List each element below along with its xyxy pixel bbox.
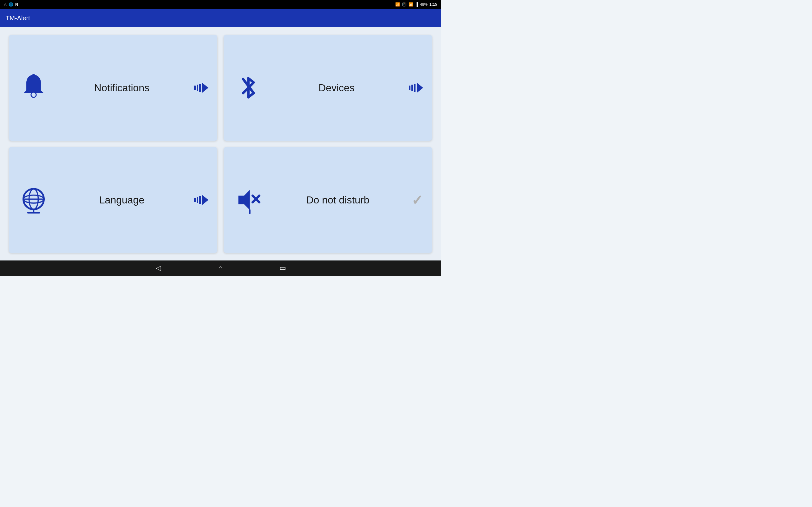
back-button[interactable]: ◁ [153, 262, 164, 274]
notifications-label: Notifications [49, 82, 194, 94]
status-left-icons: △ 🌐 N [4, 2, 18, 7]
wifi-icon: 📶 [409, 2, 413, 7]
nav-bar: ◁ ⌂ ▭ [0, 261, 441, 276]
do-not-disturb-card[interactable]: Do not disturb ✓ [223, 147, 432, 253]
notifications-arrow-icon [194, 83, 208, 93]
status-right-icons: 📶 📳 📶 ▐ 48% 1:15 [395, 2, 437, 7]
bell-icon [18, 73, 49, 102]
title-bar: TM-Alert [0, 9, 441, 27]
time-label: 1:15 [429, 2, 437, 7]
signal-icon: ▐ [415, 2, 418, 7]
triangle-icon: △ [4, 2, 7, 7]
devices-arrow-icon [409, 83, 423, 93]
bluetooth-status-icon: 📶 [395, 2, 400, 7]
devices-label: Devices [264, 82, 409, 94]
language-label: Language [49, 194, 194, 206]
do-not-disturb-label: Do not disturb [264, 194, 411, 206]
status-bar: △ 🌐 N 📶 📳 📶 ▐ 48% 1:15 [0, 0, 441, 9]
bluetooth-icon [233, 72, 264, 104]
notifications-card[interactable]: Notifications [9, 35, 217, 141]
checkmark-icon: ✓ [411, 192, 423, 208]
recent-button[interactable]: ▭ [277, 262, 288, 274]
language-arrow-icon [194, 195, 208, 205]
svg-rect-2 [32, 74, 35, 77]
globe-status-icon: 🌐 [9, 2, 13, 7]
language-card[interactable]: Language [9, 147, 217, 253]
main-content: Notifications Devices [0, 27, 441, 261]
mute-icon [233, 186, 264, 214]
n-icon: N [15, 2, 18, 7]
svg-point-1 [32, 93, 36, 97]
globe-icon [18, 184, 49, 216]
home-button[interactable]: ⌂ [215, 262, 226, 274]
battery-label: 48% [420, 2, 427, 7]
vibrate-icon: 📳 [402, 2, 407, 7]
app-title: TM-Alert [6, 14, 30, 22]
devices-card[interactable]: Devices [223, 35, 432, 141]
